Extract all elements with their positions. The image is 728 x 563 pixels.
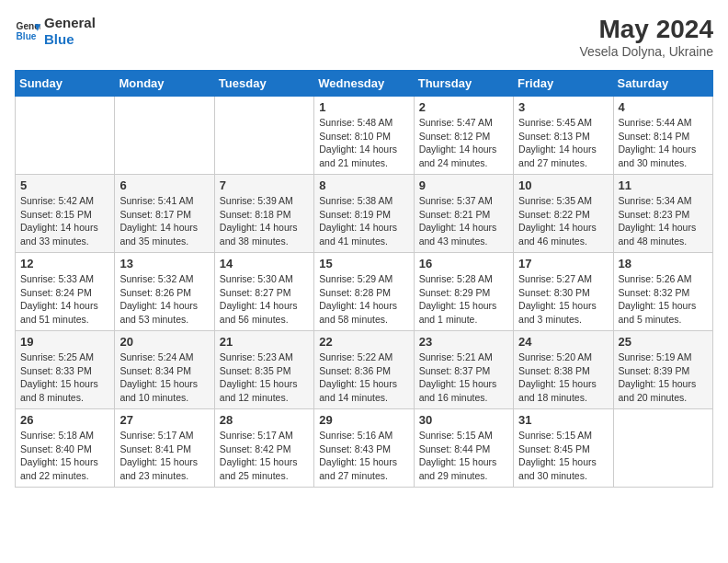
day-info: Sunrise: 5:26 AM Sunset: 8:32 PM Dayligh… (619, 272, 708, 327)
day-info: Sunrise: 5:19 AM Sunset: 8:39 PM Dayligh… (619, 350, 708, 405)
calendar-day-cell: 20Sunrise: 5:24 AM Sunset: 8:34 PM Dayli… (115, 331, 214, 409)
day-info: Sunrise: 5:44 AM Sunset: 8:14 PM Dayligh… (619, 116, 708, 170)
calendar-day-cell: 14Sunrise: 5:30 AM Sunset: 8:27 PM Dayli… (214, 253, 313, 331)
day-info: Sunrise: 5:35 AM Sunset: 8:22 PM Dayligh… (518, 194, 608, 248)
calendar-day-cell (214, 97, 313, 175)
day-number: 13 (119, 257, 209, 270)
day-info: Sunrise: 5:45 AM Sunset: 8:13 PM Dayligh… (518, 116, 608, 170)
calendar-day-cell: 12Sunrise: 5:33 AM Sunset: 8:24 PM Dayli… (16, 253, 115, 331)
calendar-body: 1Sunrise: 5:48 AM Sunset: 8:10 PM Daylig… (16, 97, 713, 488)
calendar-week-row: 12Sunrise: 5:33 AM Sunset: 8:24 PM Dayli… (16, 253, 713, 331)
day-info: Sunrise: 5:33 AM Sunset: 8:24 PM Dayligh… (20, 272, 109, 327)
day-number: 28 (220, 413, 309, 427)
day-info: Sunrise: 5:30 AM Sunset: 8:27 PM Dayligh… (220, 272, 309, 327)
calendar-day-cell: 24Sunrise: 5:20 AM Sunset: 8:38 PM Dayli… (514, 331, 613, 409)
calendar-day-cell: 15Sunrise: 5:29 AM Sunset: 8:28 PM Dayli… (314, 253, 414, 331)
day-number: 29 (319, 413, 408, 427)
calendar-day-cell: 2Sunrise: 5:47 AM Sunset: 8:12 PM Daylig… (414, 97, 513, 175)
day-info: Sunrise: 5:28 AM Sunset: 8:29 PM Dayligh… (419, 272, 508, 327)
day-info: Sunrise: 5:42 AM Sunset: 8:15 PM Dayligh… (20, 194, 109, 248)
day-number: 21 (220, 335, 309, 349)
day-number: 5 (20, 178, 109, 192)
day-number: 18 (619, 257, 708, 270)
calendar-day-cell: 25Sunrise: 5:19 AM Sunset: 8:39 PM Dayli… (613, 331, 712, 409)
month-title: May 2024 (579, 15, 713, 44)
day-info: Sunrise: 5:32 AM Sunset: 8:26 PM Dayligh… (119, 272, 209, 327)
title-block: May 2024 Vesela Dolyna, Ukraine (579, 15, 713, 59)
day-info: Sunrise: 5:41 AM Sunset: 8:17 PM Dayligh… (119, 194, 209, 248)
day-number: 25 (619, 335, 708, 349)
calendar-day-cell: 13Sunrise: 5:32 AM Sunset: 8:26 PM Dayli… (115, 253, 214, 331)
day-info: Sunrise: 5:25 AM Sunset: 8:33 PM Dayligh… (20, 350, 109, 405)
logo: General Blue General Blue (15, 15, 96, 48)
calendar-day-cell: 23Sunrise: 5:21 AM Sunset: 8:37 PM Dayli… (414, 331, 513, 409)
day-info: Sunrise: 5:18 AM Sunset: 8:40 PM Dayligh… (20, 429, 109, 483)
calendar-week-row: 1Sunrise: 5:48 AM Sunset: 8:10 PM Daylig… (16, 97, 713, 175)
day-number: 24 (518, 335, 608, 349)
calendar-week-row: 26Sunrise: 5:18 AM Sunset: 8:40 PM Dayli… (16, 409, 713, 488)
calendar-day-cell: 22Sunrise: 5:22 AM Sunset: 8:36 PM Dayli… (314, 331, 414, 409)
calendar-day-cell: 11Sunrise: 5:34 AM Sunset: 8:23 PM Dayli… (613, 175, 712, 253)
calendar-day-cell: 8Sunrise: 5:38 AM Sunset: 8:19 PM Daylig… (314, 175, 414, 253)
logo-icon: General Blue (15, 18, 40, 44)
calendar-day-cell: 28Sunrise: 5:17 AM Sunset: 8:42 PM Dayli… (214, 409, 313, 488)
day-number: 11 (619, 178, 708, 192)
day-number: 15 (319, 257, 408, 270)
day-number: 2 (419, 100, 508, 114)
calendar-day-cell: 17Sunrise: 5:27 AM Sunset: 8:30 PM Dayli… (514, 253, 613, 331)
calendar-day-cell: 9Sunrise: 5:37 AM Sunset: 8:21 PM Daylig… (414, 175, 513, 253)
day-number: 8 (319, 178, 408, 192)
day-number: 17 (518, 257, 608, 270)
day-number: 9 (419, 178, 508, 192)
calendar-day-cell (613, 409, 712, 488)
calendar-day-header: Wednesday (314, 71, 414, 97)
calendar-day-cell: 10Sunrise: 5:35 AM Sunset: 8:22 PM Dayli… (514, 175, 613, 253)
day-info: Sunrise: 5:23 AM Sunset: 8:35 PM Dayligh… (220, 350, 309, 405)
day-number: 20 (119, 335, 209, 349)
svg-text:Blue: Blue (17, 31, 37, 41)
day-info: Sunrise: 5:16 AM Sunset: 8:43 PM Dayligh… (319, 429, 408, 483)
calendar-day-cell: 31Sunrise: 5:15 AM Sunset: 8:45 PM Dayli… (514, 409, 613, 488)
day-info: Sunrise: 5:22 AM Sunset: 8:36 PM Dayligh… (319, 350, 408, 405)
day-number: 7 (220, 178, 309, 192)
day-number: 12 (20, 257, 109, 270)
calendar-week-row: 5Sunrise: 5:42 AM Sunset: 8:15 PM Daylig… (16, 175, 713, 253)
day-number: 27 (119, 413, 209, 427)
calendar-day-cell: 30Sunrise: 5:15 AM Sunset: 8:44 PM Dayli… (414, 409, 513, 488)
day-number: 14 (220, 257, 309, 270)
day-info: Sunrise: 5:48 AM Sunset: 8:10 PM Dayligh… (319, 116, 408, 170)
day-info: Sunrise: 5:34 AM Sunset: 8:23 PM Dayligh… (619, 194, 708, 248)
day-info: Sunrise: 5:24 AM Sunset: 8:34 PM Dayligh… (119, 350, 209, 405)
day-number: 22 (319, 335, 408, 349)
day-info: Sunrise: 5:17 AM Sunset: 8:42 PM Dayligh… (220, 429, 309, 483)
calendar-day-cell: 18Sunrise: 5:26 AM Sunset: 8:32 PM Dayli… (613, 253, 712, 331)
day-info: Sunrise: 5:39 AM Sunset: 8:18 PM Dayligh… (220, 194, 309, 248)
calendar-day-header: Friday (514, 71, 613, 97)
calendar-day-cell: 27Sunrise: 5:17 AM Sunset: 8:41 PM Dayli… (115, 409, 214, 488)
calendar-day-cell (16, 97, 115, 175)
day-number: 30 (419, 413, 508, 427)
logo-line2: Blue (44, 31, 96, 48)
calendar-day-cell: 29Sunrise: 5:16 AM Sunset: 8:43 PM Dayli… (314, 409, 414, 488)
day-info: Sunrise: 5:47 AM Sunset: 8:12 PM Dayligh… (419, 116, 508, 170)
calendar-day-header: Sunday (16, 71, 115, 97)
day-number: 23 (419, 335, 508, 349)
calendar-day-cell: 1Sunrise: 5:48 AM Sunset: 8:10 PM Daylig… (314, 97, 414, 175)
day-number: 10 (518, 178, 608, 192)
calendar-day-header: Tuesday (214, 71, 313, 97)
logo-line1: General (44, 15, 96, 31)
calendar-day-cell (115, 97, 214, 175)
calendar-day-header: Saturday (613, 71, 712, 97)
calendar-header-row: SundayMondayTuesdayWednesdayThursdayFrid… (16, 71, 713, 97)
day-info: Sunrise: 5:15 AM Sunset: 8:45 PM Dayligh… (518, 429, 608, 483)
day-info: Sunrise: 5:20 AM Sunset: 8:38 PM Dayligh… (518, 350, 608, 405)
calendar-day-cell: 26Sunrise: 5:18 AM Sunset: 8:40 PM Dayli… (16, 409, 115, 488)
day-info: Sunrise: 5:38 AM Sunset: 8:19 PM Dayligh… (319, 194, 408, 248)
day-info: Sunrise: 5:15 AM Sunset: 8:44 PM Dayligh… (419, 429, 508, 483)
day-number: 26 (20, 413, 109, 427)
day-number: 4 (619, 100, 708, 114)
day-info: Sunrise: 5:37 AM Sunset: 8:21 PM Dayligh… (419, 194, 508, 248)
calendar-table: SundayMondayTuesdayWednesdayThursdayFrid… (15, 70, 713, 488)
day-number: 6 (119, 178, 209, 192)
calendar-day-cell: 16Sunrise: 5:28 AM Sunset: 8:29 PM Dayli… (414, 253, 513, 331)
